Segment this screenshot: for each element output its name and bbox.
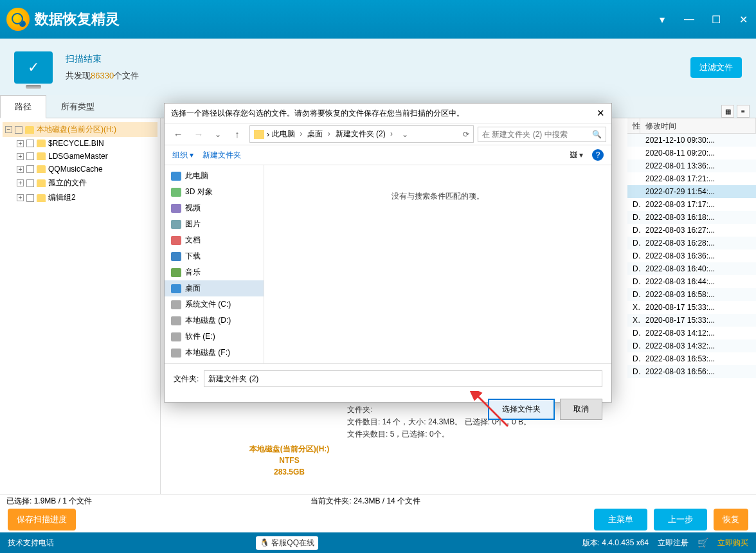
dialog-tree-item[interactable]: 本地磁盘 (D:): [165, 313, 264, 329]
table-row[interactable]: 2022-08-03 17:21:...: [627, 172, 756, 185]
table-row[interactable]: D2022-08-03 16:18:...: [627, 211, 756, 224]
view-menu-icon[interactable]: 🖼 ▾: [570, 150, 583, 159]
filter-files-button[interactable]: 过滤文件: [690, 57, 742, 78]
path-dropdown-icon[interactable]: ⌄: [398, 130, 412, 139]
tree-item[interactable]: +QQMusicCache: [14, 163, 158, 176]
location-icon: [171, 300, 181, 309]
location-icon: [171, 220, 181, 229]
recover-button[interactable]: 恢复: [714, 509, 748, 530]
crumb[interactable]: 新建文件夹 (2): [336, 129, 395, 140]
checkbox[interactable]: [26, 152, 34, 160]
scan-status-bar: ✓ 扫描结束 共发现86330个文件 过滤文件: [0, 39, 756, 96]
dialog-tree-item[interactable]: 软件 (E:): [165, 329, 264, 345]
maximize-icon[interactable]: ☐: [710, 14, 723, 26]
dialog-tree-item[interactable]: 图片: [165, 216, 264, 232]
qq-support-link[interactable]: 🐧 客服QQ在线: [256, 536, 318, 550]
tab-all-types[interactable]: 所有类型: [46, 95, 109, 118]
dialog-tree-item[interactable]: 本地磁盘 (F:): [165, 345, 264, 361]
dialog-tree-item[interactable]: 视频: [165, 200, 264, 216]
prev-step-button[interactable]: 上一步: [654, 509, 707, 530]
dialog-tree-item[interactable]: 系统文件 (C:): [165, 296, 264, 313]
crumb[interactable]: 桌面: [307, 129, 332, 140]
column-header-date[interactable]: 修改时间: [640, 118, 756, 133]
table-row[interactable]: D2022-08-03 14:32:...: [627, 340, 756, 352]
help-icon[interactable]: ?: [592, 149, 604, 161]
dialog-tree-item[interactable]: 桌面: [165, 280, 264, 296]
checkbox[interactable]: [26, 140, 34, 147]
table-row[interactable]: DX2022-08-03 16:44:...: [627, 275, 756, 288]
expand-icon[interactable]: +: [17, 153, 24, 160]
dropdown-icon[interactable]: ▾: [656, 14, 669, 26]
dialog-tree-item[interactable]: 音乐: [165, 264, 264, 280]
table-row[interactable]: DX2022-08-03 16:36:...: [627, 249, 756, 262]
save-progress-button[interactable]: 保存扫描进度: [8, 509, 76, 530]
tree-item[interactable]: +编辑组2: [14, 190, 158, 205]
tree-item[interactable]: +LDSGameMaster: [14, 150, 158, 163]
cell-attr: DX: [627, 277, 640, 286]
folder-icon: [37, 165, 46, 173]
search-icon[interactable]: 🔍: [592, 130, 602, 139]
table-row[interactable]: X2020-08-17 15:33:...: [627, 301, 756, 314]
search-field[interactable]: [482, 130, 588, 139]
table-row[interactable]: 2022-08-01 13:36:...: [627, 159, 756, 172]
table-row[interactable]: 2021-12-10 09:30:...: [627, 134, 756, 147]
new-folder-button[interactable]: 新建文件夹: [203, 150, 241, 161]
nav-forward-icon[interactable]: →: [190, 129, 207, 140]
table-row[interactable]: 2022-07-29 11:54:...: [627, 185, 756, 198]
close-icon[interactable]: ✕: [737, 14, 750, 26]
table-row[interactable]: DX2022-08-03 16:28:...: [627, 237, 756, 249]
checkbox[interactable]: [26, 179, 34, 187]
monitor-check-icon: ✓: [14, 51, 53, 84]
expand-icon[interactable]: +: [17, 140, 24, 147]
search-input[interactable]: 🔍: [478, 127, 606, 142]
location-icon: [171, 204, 181, 213]
table-row[interactable]: DX2022-08-03 17:17:...: [627, 198, 756, 211]
table-row[interactable]: DX2022-08-03 16:27:...: [627, 224, 756, 237]
table-row[interactable]: D2022-08-03 16:40:...: [627, 262, 756, 275]
cell-attr: DX: [627, 226, 640, 235]
table-row[interactable]: X2020-08-17 15:33:...: [627, 314, 756, 327]
expand-icon[interactable]: +: [17, 166, 24, 173]
nav-back-icon[interactable]: ←: [170, 129, 186, 140]
select-folder-button[interactable]: 选择文件夹: [488, 399, 555, 420]
dialog-content: 没有与搜索条件匹配的项。: [264, 165, 611, 363]
tree-item[interactable]: +孤立的文件: [14, 176, 158, 190]
folder-name-input[interactable]: [204, 370, 602, 387]
nav-history-icon[interactable]: ⌄: [211, 130, 225, 139]
dialog-tree-item[interactable]: 此电脑: [165, 168, 264, 184]
dialog-tree-item[interactable]: 下载: [165, 248, 264, 264]
collapse-icon[interactable]: −: [5, 126, 12, 133]
refresh-icon[interactable]: ⟳: [463, 130, 469, 139]
organize-menu[interactable]: 组织 ▾: [172, 150, 194, 161]
checkbox[interactable]: [26, 165, 34, 173]
tree-item[interactable]: +$RECYCLE.BIN: [14, 137, 158, 150]
checkbox[interactable]: [26, 194, 34, 202]
nav-up-icon[interactable]: ↑: [229, 129, 246, 140]
breadcrumb[interactable]: › 此电脑 桌面 新建文件夹 (2) ⌄ ⟳: [249, 125, 474, 143]
expand-icon[interactable]: +: [17, 194, 24, 201]
table-row[interactable]: D2022-08-03 14:12:...: [627, 327, 756, 340]
table-row[interactable]: D2022-08-03 16:56:...: [627, 365, 756, 378]
column-header-attr[interactable]: 性: [627, 118, 640, 133]
cell-date: 2022-08-03 17:17:...: [640, 200, 756, 209]
cancel-button[interactable]: 取消: [560, 399, 602, 420]
tree-root[interactable]: − 本地磁盘(当前分区)(H:): [3, 122, 158, 137]
view-grid-icon[interactable]: ▦: [721, 105, 734, 118]
expand-icon[interactable]: +: [17, 179, 24, 186]
dialog-close-icon[interactable]: ✕: [597, 107, 605, 119]
dialog-tree-label: 软件 (E:): [185, 331, 215, 342]
cell-date: 2022-08-03 14:32:...: [640, 341, 756, 350]
main-menu-button[interactable]: 主菜单: [594, 509, 647, 530]
minimize-icon[interactable]: —: [683, 14, 696, 26]
register-link[interactable]: 立即注册: [658, 538, 688, 548]
dialog-tree-item[interactable]: 3D 对象: [165, 184, 264, 200]
table-row[interactable]: 2020-08-11 09:20:...: [627, 147, 756, 159]
view-list-icon[interactable]: ≡: [737, 105, 750, 118]
table-row[interactable]: D2022-08-03 16:53:...: [627, 352, 756, 365]
checkbox[interactable]: [15, 126, 22, 134]
dialog-tree-item[interactable]: 文档: [165, 232, 264, 248]
tab-path[interactable]: 路径: [0, 95, 46, 118]
crumb[interactable]: 此电脑: [272, 129, 305, 140]
table-row[interactable]: D2022-08-03 16:58:...: [627, 288, 756, 301]
buy-now-link[interactable]: 立即购买: [717, 538, 748, 548]
